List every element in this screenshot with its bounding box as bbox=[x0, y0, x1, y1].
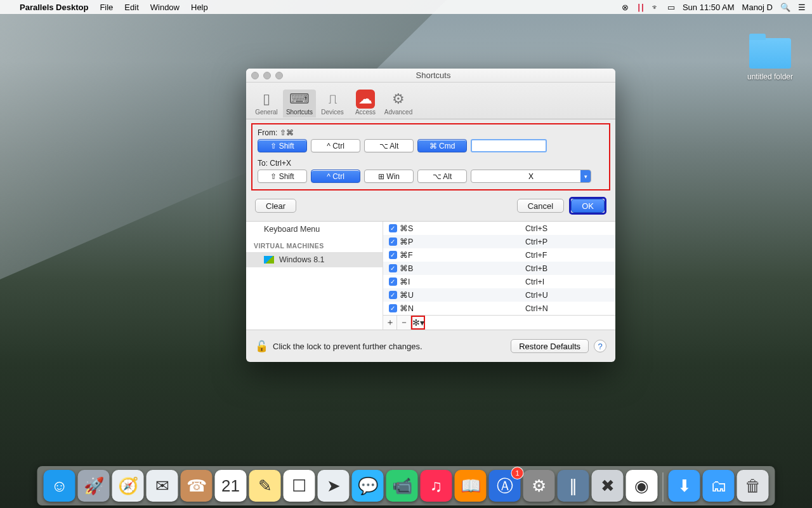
zoom-icon[interactable] bbox=[275, 72, 283, 79]
tab-access[interactable]: ☁ Access bbox=[349, 90, 382, 117]
sidebar-item-windows81[interactable]: Windows 8.1 bbox=[246, 252, 383, 267]
tab-advanced[interactable]: ⚙ Advanced bbox=[382, 90, 415, 117]
cloud-icon: ☁ bbox=[356, 90, 375, 109]
clear-button[interactable]: Clear bbox=[255, 199, 296, 213]
chevron-down-icon: ▾ bbox=[580, 170, 591, 182]
from-cmd-button[interactable]: ⌘ Cmd bbox=[417, 139, 467, 152]
dock-facetime[interactable]: 📹 bbox=[386, 470, 418, 502]
dock-finder[interactable]: ☺ bbox=[44, 470, 75, 502]
clock[interactable]: Sun 11:50 AM bbox=[683, 3, 735, 12]
restore-defaults-button[interactable]: Restore Defaults bbox=[511, 339, 589, 353]
dock-itunes[interactable]: ♫ bbox=[421, 470, 452, 502]
dock-chrome[interactable]: ◉ bbox=[626, 470, 658, 502]
table-row[interactable]: ✓⌘BCtrl+B bbox=[383, 262, 615, 275]
to-label: To: Ctrl+X bbox=[258, 159, 604, 168]
close-icon[interactable] bbox=[251, 72, 259, 79]
spotlight-icon[interactable]: 🔍 bbox=[780, 3, 790, 12]
checkbox-icon[interactable]: ✓ bbox=[389, 304, 397, 312]
dock-utility[interactable]: ✖ bbox=[592, 470, 624, 502]
to-win-button[interactable]: ⊞ Win bbox=[364, 170, 414, 183]
from-cell: ⌘N bbox=[398, 304, 525, 313]
shortcuts-window: Shortcuts ▯ General ⌨ Shortcuts ⎍ Device… bbox=[246, 69, 615, 362]
dock-safari[interactable]: 🧭 bbox=[112, 470, 144, 502]
dock-appstore[interactable]: Ⓐ bbox=[489, 470, 521, 502]
table-row[interactable]: ✓⌘FCtrl+F bbox=[383, 248, 615, 262]
from-cell: ⌘S bbox=[398, 224, 525, 233]
from-cell: ⌘F bbox=[398, 250, 525, 260]
menu-window[interactable]: Window bbox=[145, 3, 185, 12]
user-menu[interactable]: Manoj D bbox=[742, 3, 773, 12]
from-cell: ⌘I bbox=[398, 277, 525, 286]
menu-help[interactable]: Help bbox=[185, 3, 214, 12]
phone-icon: ▯ bbox=[250, 90, 283, 109]
menu-file[interactable]: File bbox=[94, 3, 119, 12]
table-row[interactable]: ✓⌘PCtrl+P bbox=[383, 235, 615, 248]
tab-devices[interactable]: ⎍ Devices bbox=[316, 90, 349, 117]
lock-icon[interactable]: 🔓 bbox=[255, 340, 268, 352]
cancel-button[interactable]: Cancel bbox=[517, 199, 564, 213]
gear-icon: ⚙ bbox=[382, 90, 415, 109]
from-key-input[interactable] bbox=[471, 139, 547, 152]
table-row[interactable]: ✓⌘SCtrl+S bbox=[383, 222, 615, 235]
parallels-status-icon[interactable]: ⊗ bbox=[622, 3, 629, 12]
tab-shortcuts[interactable]: ⌨ Shortcuts bbox=[283, 90, 316, 117]
to-key-select[interactable]: X ▾ bbox=[471, 170, 591, 183]
checkbox-icon[interactable]: ✓ bbox=[389, 224, 397, 232]
checkbox-icon[interactable]: ✓ bbox=[389, 251, 397, 259]
dock-messages[interactable]: 💬 bbox=[352, 470, 384, 502]
table-row[interactable]: ✓⌘NCtrl+N bbox=[383, 302, 615, 315]
from-cell: ⌘P bbox=[398, 237, 525, 246]
table-row[interactable]: ✓⌘UCtrl+U bbox=[383, 288, 615, 302]
from-shift-button[interactable]: ⇧ Shift bbox=[258, 139, 307, 152]
dock-maps[interactable]: ➤ bbox=[318, 470, 350, 502]
action-menu-button[interactable]: ✻▾ bbox=[411, 316, 425, 330]
table-row[interactable]: ✓⌘ICtrl+I bbox=[383, 275, 615, 288]
checkbox-icon[interactable]: ✓ bbox=[389, 277, 397, 286]
dock-calendar[interactable]: 21 bbox=[215, 470, 247, 502]
dock-launchpad[interactable]: 🚀 bbox=[78, 470, 110, 502]
dock-reminders[interactable]: ☐ bbox=[284, 470, 315, 502]
dock-mail[interactable]: ✉ bbox=[147, 470, 178, 502]
dock-parallels[interactable]: ‖ bbox=[558, 470, 589, 502]
help-button[interactable]: ? bbox=[594, 340, 606, 352]
add-button[interactable]: ＋ bbox=[383, 316, 397, 330]
desktop-folder[interactable]: untitled folder bbox=[745, 38, 796, 81]
to-cell: Ctrl+B bbox=[525, 264, 615, 273]
ok-button[interactable]: OK bbox=[571, 199, 605, 213]
minimize-icon[interactable] bbox=[263, 72, 271, 79]
to-cell: Ctrl+F bbox=[525, 251, 615, 260]
shortcut-table[interactable]: ✓⌘SCtrl+S✓⌘PCtrl+P✓⌘FCtrl+F✓⌘BCtrl+B✓⌘IC… bbox=[383, 222, 615, 315]
dock-sysprefs[interactable]: ⚙ bbox=[523, 470, 555, 502]
to-cell: Ctrl+N bbox=[525, 304, 615, 313]
notifications-icon[interactable]: ☰ bbox=[798, 3, 806, 12]
wifi-icon[interactable]: ᯤ bbox=[652, 3, 660, 12]
menu-edit[interactable]: Edit bbox=[119, 3, 144, 12]
pause-icon[interactable]: || bbox=[636, 3, 644, 12]
sidebar-item-keyboard-menu[interactable]: Keyboard Menu bbox=[246, 222, 383, 237]
dock-downloads[interactable]: ⬇ bbox=[669, 470, 700, 502]
to-ctrl-button[interactable]: ^ Ctrl bbox=[311, 170, 360, 183]
dock-trash[interactable]: 🗑 bbox=[737, 470, 769, 502]
checkbox-icon[interactable]: ✓ bbox=[389, 237, 397, 246]
from-alt-button[interactable]: ⌥ Alt bbox=[364, 139, 414, 152]
windows-icon bbox=[264, 256, 274, 264]
dock-ibooks[interactable]: 📖 bbox=[455, 470, 487, 502]
shortcut-editor: From: ⇧⌘ ⇧ Shift ^ Ctrl ⌥ Alt ⌘ Cmd To: … bbox=[251, 123, 610, 190]
battery-icon[interactable]: ▭ bbox=[667, 3, 675, 12]
to-alt-button[interactable]: ⌥ Alt bbox=[417, 170, 467, 183]
dock: ☺🚀🧭✉☎21✎☐➤💬📹♫📖Ⓐ⚙‖✖◉⬇🗂🗑 bbox=[37, 466, 775, 505]
dock-docs[interactable]: 🗂 bbox=[703, 470, 735, 502]
to-shift-button[interactable]: ⇧ Shift bbox=[258, 170, 307, 183]
to-cell: Ctrl+U bbox=[525, 291, 615, 300]
keyboard-icon: ⌨ bbox=[283, 90, 316, 109]
tab-general[interactable]: ▯ General bbox=[250, 90, 283, 117]
checkbox-icon[interactable]: ✓ bbox=[389, 264, 397, 272]
remove-button[interactable]: － bbox=[397, 316, 411, 330]
lock-text: Click the lock to prevent further change… bbox=[273, 342, 422, 351]
dock-contacts[interactable]: ☎ bbox=[181, 470, 213, 502]
app-menu[interactable]: Parallels Desktop bbox=[14, 3, 94, 12]
checkbox-icon[interactable]: ✓ bbox=[389, 291, 397, 299]
dock-notes[interactable]: ✎ bbox=[249, 470, 281, 502]
from-ctrl-button[interactable]: ^ Ctrl bbox=[311, 139, 360, 152]
menu-bar: Parallels Desktop File Edit Window Help … bbox=[0, 0, 812, 14]
